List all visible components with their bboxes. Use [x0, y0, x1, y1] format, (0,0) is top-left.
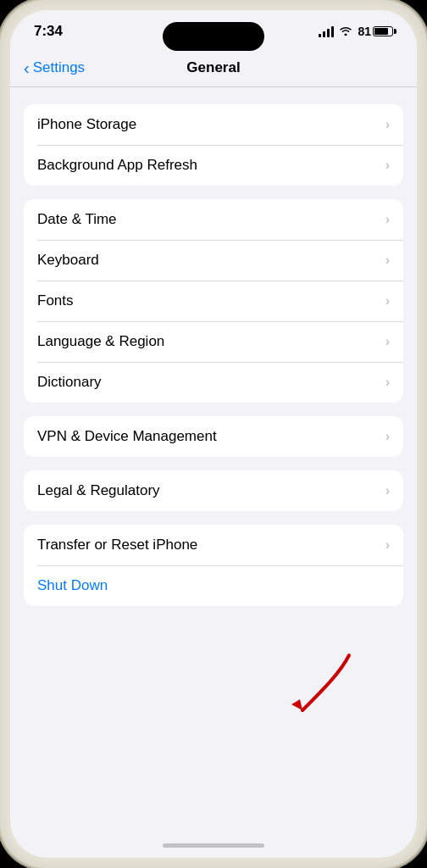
settings-row-date-time[interactable]: Date & Time› [24, 199, 403, 240]
settings-label-fonts: Fonts [37, 292, 74, 309]
settings-label-vpn-device-management: VPN & Device Management [37, 428, 217, 445]
signal-icon [319, 25, 334, 37]
settings-row-language-region[interactable]: Language & Region› [24, 321, 403, 362]
row-right: › [385, 293, 390, 309]
chevron-right-icon: › [385, 212, 390, 227]
settings-label-transfer-reset: Transfer or Reset iPhone [37, 537, 197, 554]
settings-group-4: Transfer or Reset iPhone›Shut Down [24, 525, 403, 606]
settings-group-1: Date & Time›Keyboard›Fonts›Language & Re… [24, 199, 403, 403]
status-time: 7:34 [34, 23, 63, 40]
settings-row-vpn-device-management[interactable]: VPN & Device Management› [24, 416, 403, 457]
settings-row-background-app-refresh[interactable]: Background App Refresh› [24, 145, 403, 186]
chevron-right-icon: › [385, 483, 390, 498]
phone-frame: 7:34 8 [0, 0, 427, 868]
row-right: › [385, 212, 390, 227]
chevron-right-icon: › [385, 375, 390, 390]
settings-label-date-time: Date & Time [37, 211, 117, 228]
back-label: Settings [33, 59, 85, 76]
settings-row-iphone-storage[interactable]: iPhone Storage› [24, 104, 403, 145]
row-right: › [385, 375, 390, 390]
chevron-right-icon: › [385, 158, 390, 173]
row-right: › [385, 158, 390, 173]
settings-row-transfer-reset[interactable]: Transfer or Reset iPhone› [24, 525, 403, 565]
settings-label-iphone-storage: iPhone Storage [37, 116, 136, 133]
page-title: General [186, 59, 240, 76]
settings-row-fonts[interactable]: Fonts› [24, 281, 403, 321]
scroll-content: iPhone Storage›Background App Refresh›Da… [10, 87, 417, 832]
settings-group-0: iPhone Storage›Background App Refresh› [24, 104, 403, 186]
wifi-icon [339, 25, 352, 38]
battery-icon [373, 26, 393, 36]
chevron-right-icon: › [385, 293, 390, 309]
row-right: › [385, 334, 390, 349]
chevron-right-icon: › [385, 537, 390, 553]
home-indicator [10, 832, 417, 858]
arrow-annotation [256, 647, 366, 743]
back-button[interactable]: ‹ Settings [24, 58, 85, 78]
settings-label-dictionary: Dictionary [37, 374, 102, 391]
row-right: › [385, 537, 390, 553]
settings-group-2: VPN & Device Management› [24, 416, 403, 457]
battery-level: 81 [358, 25, 371, 38]
red-arrow-svg [256, 647, 366, 740]
chevron-right-icon: › [385, 117, 390, 132]
settings-label-keyboard: Keyboard [37, 252, 99, 269]
back-chevron-icon: ‹ [24, 58, 30, 78]
row-right: › [385, 483, 390, 498]
row-right: › [385, 429, 390, 444]
chevron-right-icon: › [385, 429, 390, 444]
nav-bar: ‹ Settings General [10, 53, 417, 87]
dynamic-island [163, 22, 264, 51]
settings-label-shut-down: Shut Down [37, 577, 108, 594]
settings-group-3: Legal & Regulatory› [24, 470, 403, 511]
settings-row-keyboard[interactable]: Keyboard› [24, 240, 403, 281]
settings-label-legal-regulatory: Legal & Regulatory [37, 482, 160, 499]
settings-row-shut-down[interactable]: Shut Down [24, 565, 403, 606]
battery-indicator: 81 [358, 25, 393, 38]
row-right: › [385, 253, 390, 268]
settings-row-dictionary[interactable]: Dictionary› [24, 362, 403, 403]
phone-screen: 7:34 8 [10, 10, 417, 858]
settings-label-language-region: Language & Region [37, 333, 164, 350]
chevron-right-icon: › [385, 334, 390, 349]
settings-row-legal-regulatory[interactable]: Legal & Regulatory› [24, 470, 403, 511]
chevron-right-icon: › [385, 253, 390, 268]
status-icons: 81 [319, 25, 393, 38]
settings-label-background-app-refresh: Background App Refresh [37, 157, 197, 174]
row-right: › [385, 117, 390, 132]
